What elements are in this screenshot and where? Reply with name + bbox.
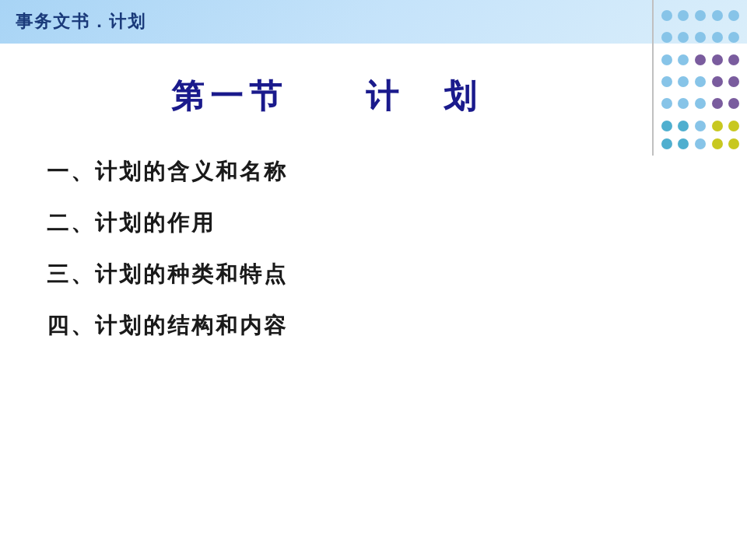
dot-8	[712, 32, 723, 43]
dot-30	[661, 138, 672, 149]
dot-29	[728, 121, 739, 131]
dot-22	[695, 98, 706, 109]
main-content: 第一节 计 划 一、计划的含义和名称二、计划的作用三、计划的种类和特点四、计划的…	[0, 44, 654, 560]
dot-26	[678, 121, 689, 131]
dot-10	[661, 54, 672, 65]
menu-item-2: 二、计划的作用	[47, 208, 607, 238]
dot-7	[695, 32, 706, 43]
dot-25	[661, 121, 672, 131]
header-title: 事务文书．计划	[16, 10, 146, 33]
dot-13	[712, 54, 723, 65]
menu-item-4: 四、计划的结构和内容	[47, 311, 607, 341]
dots-panel	[654, 0, 747, 156]
dot-14	[728, 54, 739, 65]
dot-19	[728, 76, 739, 87]
section-title: 第一节 计 划	[47, 75, 607, 118]
menu-list: 一、计划的含义和名称二、计划的作用三、计划的种类和特点四、计划的结构和内容	[47, 157, 607, 341]
dot-17	[695, 76, 706, 87]
dot-15	[661, 76, 672, 87]
dot-3	[712, 10, 723, 21]
menu-item-3: 三、计划的种类和特点	[47, 260, 607, 289]
dot-2	[695, 10, 706, 21]
dot-27	[695, 121, 706, 131]
dot-31	[678, 138, 689, 149]
dot-1	[678, 10, 689, 21]
dot-18	[712, 76, 723, 87]
dot-0	[661, 10, 672, 21]
dot-34	[728, 138, 739, 149]
menu-item-1: 一、计划的含义和名称	[47, 157, 607, 187]
dot-32	[695, 138, 706, 149]
dot-11	[678, 54, 689, 65]
dot-5	[661, 32, 672, 43]
dot-24	[728, 98, 739, 109]
slide-container: 事务文书．计划 第一节 计 划 一、计划的含义和名称二、计划的作用三、计划的种类…	[0, 0, 747, 560]
dot-33	[712, 138, 723, 149]
dot-16	[678, 76, 689, 87]
dot-6	[678, 32, 689, 43]
dot-23	[712, 98, 723, 109]
dot-28	[712, 121, 723, 131]
dot-4	[728, 10, 739, 21]
dot-20	[661, 98, 672, 109]
dot-21	[678, 98, 689, 109]
dot-12	[695, 54, 706, 65]
dot-9	[728, 32, 739, 43]
header-bar: 事务文书．计划	[0, 0, 747, 44]
